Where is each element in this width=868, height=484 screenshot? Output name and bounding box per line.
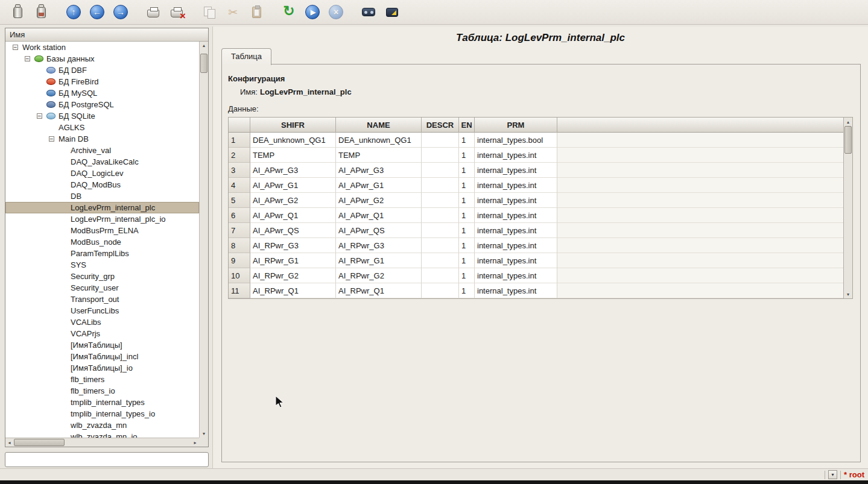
- up-button[interactable]: ↑: [65, 3, 83, 21]
- table-cell[interactable]: AI_RPwr_Q1: [250, 283, 336, 298]
- tree-item[interactable]: VCALibs: [5, 316, 199, 328]
- scrollbar-thumb[interactable]: [14, 439, 65, 446]
- table-vertical-scrollbar[interactable]: ▴ ▾: [843, 118, 852, 298]
- table-cell[interactable]: internal_types.bool: [475, 133, 557, 148]
- table-cell[interactable]: 1: [459, 238, 475, 253]
- tree-item[interactable]: SYS: [5, 259, 199, 271]
- table-cell[interactable]: 1: [459, 163, 475, 178]
- tree-item[interactable]: ModBus_node: [5, 236, 199, 248]
- tree-item[interactable]: wlb_zvazda_mn: [5, 420, 199, 431]
- row-number[interactable]: 8: [229, 238, 250, 253]
- user-combo-button[interactable]: ▾: [828, 470, 837, 479]
- tree-item[interactable]: [ИмяТаблицы]_incl: [5, 351, 199, 362]
- tree-item[interactable]: DB: [5, 190, 199, 202]
- table-cell[interactable]: AI_APwr_G2: [336, 193, 422, 208]
- row-number[interactable]: 10: [229, 268, 250, 283]
- table-cell[interactable]: AI_APwr_G1: [250, 178, 336, 193]
- scroll-down-icon[interactable]: ▾: [200, 430, 208, 438]
- tree-vertical-scrollbar[interactable]: ▴ ▾: [199, 42, 208, 438]
- table-cell[interactable]: internal_types.int: [475, 268, 557, 283]
- stop-update-button[interactable]: ×: [327, 3, 345, 21]
- table-cell[interactable]: 1: [459, 253, 475, 268]
- tree-item[interactable]: flb_timers: [5, 374, 199, 385]
- table-cell[interactable]: AI_APwr_QS: [250, 223, 336, 238]
- table-cell[interactable]: DEA_unknown_QG1: [250, 133, 336, 148]
- table-cell[interactable]: internal_types.int: [475, 253, 557, 268]
- tree-item[interactable]: [ИмяТаблицы]: [5, 339, 199, 351]
- table-cell[interactable]: [422, 268, 459, 283]
- tree-item[interactable]: tmplib_internal_types: [5, 397, 199, 408]
- security-button[interactable]: [383, 3, 401, 21]
- cut-item-button[interactable]: ✂: [224, 3, 242, 21]
- tree-item[interactable]: [ИмяТаблицы]_io: [5, 362, 199, 374]
- tree-item[interactable]: Security_user: [5, 282, 199, 294]
- table-cell[interactable]: AI_RPwr_G2: [336, 268, 422, 283]
- tree-item[interactable]: tmplib_internal_types_io: [5, 408, 199, 420]
- table-cell[interactable]: internal_types.int: [475, 163, 557, 178]
- tree-item[interactable]: ParamTemplLibs: [5, 248, 199, 259]
- forward-button[interactable]: →: [112, 3, 130, 21]
- save-to-db-button[interactable]: [32, 3, 50, 21]
- row-number[interactable]: 4: [229, 178, 250, 193]
- table-cell[interactable]: 1: [459, 268, 475, 283]
- table-cell[interactable]: internal_types.int: [475, 283, 557, 298]
- table-cell[interactable]: AI_APwr_Q1: [250, 208, 336, 223]
- table-cell[interactable]: internal_types.int: [475, 148, 557, 163]
- scrollbar-thumb[interactable]: [844, 126, 852, 154]
- row-number[interactable]: 5: [229, 193, 250, 208]
- back-button[interactable]: ←: [88, 3, 106, 21]
- paste-item-button[interactable]: [247, 3, 265, 21]
- scroll-up-icon[interactable]: ▴: [844, 118, 852, 125]
- column-header[interactable]: NAME: [336, 118, 422, 133]
- table-cell[interactable]: AI_RPwr_G2: [250, 268, 336, 283]
- table-cell[interactable]: internal_types.int: [475, 223, 557, 238]
- row-number[interactable]: 6: [229, 208, 250, 223]
- tree-item[interactable]: БД PostgreSQL: [5, 99, 199, 110]
- start-update-button[interactable]: ▶: [303, 3, 322, 21]
- tree-item[interactable]: DAQ_JavaLikeCalc: [5, 156, 199, 168]
- table-cell[interactable]: AI_RPwr_G3: [336, 238, 422, 253]
- tree-column-header[interactable]: Имя: [5, 28, 208, 42]
- tree-filter-input[interactable]: [5, 452, 209, 467]
- scroll-up-icon[interactable]: ▴: [200, 42, 208, 49]
- table-cell[interactable]: internal_types.int: [475, 178, 557, 193]
- find-button[interactable]: [360, 3, 378, 21]
- collapse-toggle[interactable]: −: [25, 56, 34, 61]
- table-cell[interactable]: TEMP: [336, 148, 422, 163]
- collapse-toggle[interactable]: −: [37, 113, 46, 119]
- scroll-left-icon[interactable]: ◂: [5, 438, 13, 447]
- tree-item[interactable]: flb_timers_io: [5, 385, 199, 397]
- row-number[interactable]: 7: [229, 223, 250, 238]
- column-header[interactable]: EN: [459, 118, 475, 133]
- collapse-toggle[interactable]: −: [49, 136, 59, 142]
- table-cell[interactable]: AI_APwr_QS: [336, 223, 422, 238]
- table-cell[interactable]: internal_types.int: [475, 238, 557, 253]
- table-cell[interactable]: 1: [459, 283, 475, 298]
- tree-item[interactable]: Security_grp: [5, 271, 199, 282]
- table-cell[interactable]: AI_APwr_G1: [336, 178, 422, 193]
- scroll-right-icon[interactable]: ▸: [191, 438, 199, 447]
- tree-item[interactable]: VCAPrjs: [5, 328, 199, 339]
- tree-item[interactable]: UserFuncLibs: [5, 305, 199, 316]
- table-cell[interactable]: AI_RPwr_G1: [250, 253, 336, 268]
- tree-item[interactable]: Archive_val: [5, 145, 199, 156]
- tree-item[interactable]: AGLKS: [5, 122, 199, 133]
- row-number[interactable]: 3: [229, 163, 250, 178]
- table-cell[interactable]: internal_types.int: [475, 193, 557, 208]
- table-cell[interactable]: DEA_unknown_QG1: [336, 133, 422, 148]
- load-from-db-button[interactable]: [8, 3, 27, 21]
- table-cell[interactable]: 1: [459, 148, 475, 163]
- table-cell[interactable]: 1: [459, 193, 475, 208]
- row-number[interactable]: 1: [229, 133, 250, 148]
- column-header[interactable]: DESCR: [422, 118, 459, 133]
- table-cell[interactable]: AI_APwr_G2: [250, 193, 336, 208]
- table-cell[interactable]: [422, 148, 459, 163]
- tree-item[interactable]: LogLevPrm_internal_plc_io: [5, 213, 199, 225]
- delete-item-button[interactable]: [168, 3, 186, 21]
- tree-item[interactable]: −БД SQLite: [5, 110, 199, 122]
- tree-item[interactable]: DAQ_LogicLev: [5, 168, 199, 179]
- scroll-down-icon[interactable]: ▾: [844, 291, 852, 298]
- table-cell[interactable]: 1: [459, 178, 475, 193]
- refresh-button[interactable]: ↻: [280, 3, 298, 21]
- row-number[interactable]: 11: [229, 283, 250, 298]
